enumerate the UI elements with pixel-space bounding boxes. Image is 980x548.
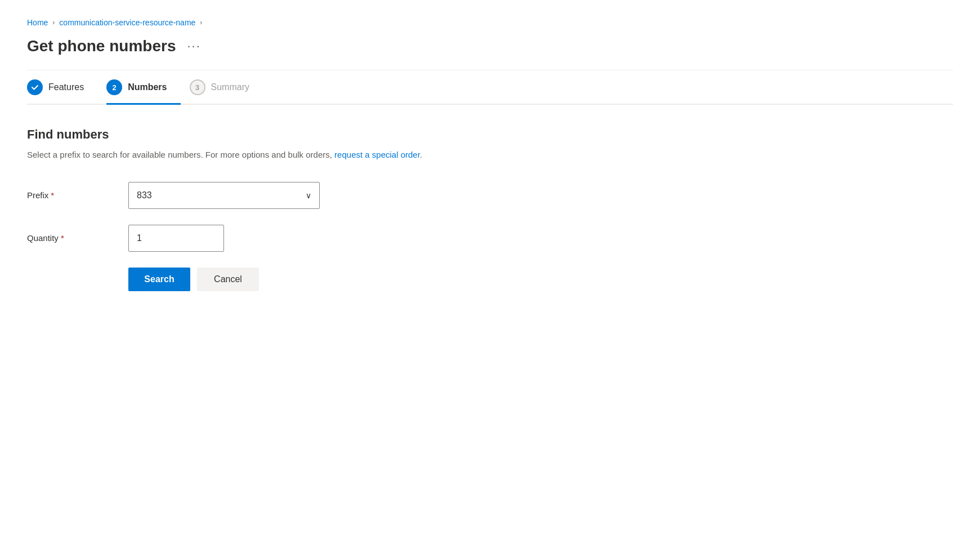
page-menu-button[interactable]: ···: [185, 39, 203, 54]
tab-features[interactable]: Features: [27, 70, 97, 105]
tab-features-circle: [27, 79, 43, 95]
tab-numbers-number: 2: [113, 83, 117, 92]
tab-summary-circle: 3: [190, 79, 205, 95]
chevron-down-icon: ∨: [306, 191, 311, 200]
description-text: Select a prefix to search for available …: [27, 150, 332, 159]
quantity-required: *: [61, 233, 64, 243]
checkmark-icon: [31, 83, 39, 91]
breadcrumb-home[interactable]: Home: [27, 18, 48, 27]
prefix-dropdown[interactable]: 833 ∨: [128, 182, 320, 209]
tab-summary-number: 3: [195, 83, 199, 92]
search-button[interactable]: Search: [128, 268, 190, 291]
description-end: .: [420, 150, 422, 159]
breadcrumb: Home › communication-service-resource-na…: [27, 18, 953, 27]
tab-features-label: Features: [48, 82, 84, 92]
prefix-control: 833 ∨: [128, 182, 320, 209]
prefix-row: Prefix* 833 ∨: [27, 182, 534, 209]
wizard-tabs: Features 2 Numbers 3 Summary: [27, 70, 953, 105]
find-numbers-title: Find numbers: [27, 127, 534, 142]
quantity-input[interactable]: [128, 225, 224, 252]
page-title: Get phone numbers: [27, 36, 176, 56]
find-numbers-description: Select a prefix to search for available …: [27, 149, 534, 162]
prefix-value: 833: [137, 190, 152, 201]
breadcrumb-separator-1: ›: [52, 19, 55, 26]
prefix-required: *: [51, 190, 54, 200]
breadcrumb-resource[interactable]: communication-service-resource-name: [59, 18, 195, 27]
quantity-row: Quantity*: [27, 225, 534, 252]
main-content: Find numbers Select a prefix to search f…: [27, 127, 534, 291]
tab-numbers-label: Numbers: [128, 82, 167, 92]
tab-summary-label: Summary: [211, 82, 249, 92]
cancel-button[interactable]: Cancel: [197, 268, 259, 291]
page-title-row: Get phone numbers ···: [27, 36, 953, 56]
tab-summary: 3 Summary: [190, 70, 263, 105]
prefix-label: Prefix*: [27, 190, 128, 200]
tab-numbers-circle: 2: [106, 79, 122, 95]
quantity-control: [128, 225, 320, 252]
breadcrumb-separator-2: ›: [200, 19, 202, 26]
special-order-link[interactable]: request a special order: [334, 150, 420, 159]
button-row: Search Cancel: [128, 268, 534, 291]
tab-numbers[interactable]: 2 Numbers: [106, 70, 180, 105]
quantity-label: Quantity*: [27, 233, 128, 243]
